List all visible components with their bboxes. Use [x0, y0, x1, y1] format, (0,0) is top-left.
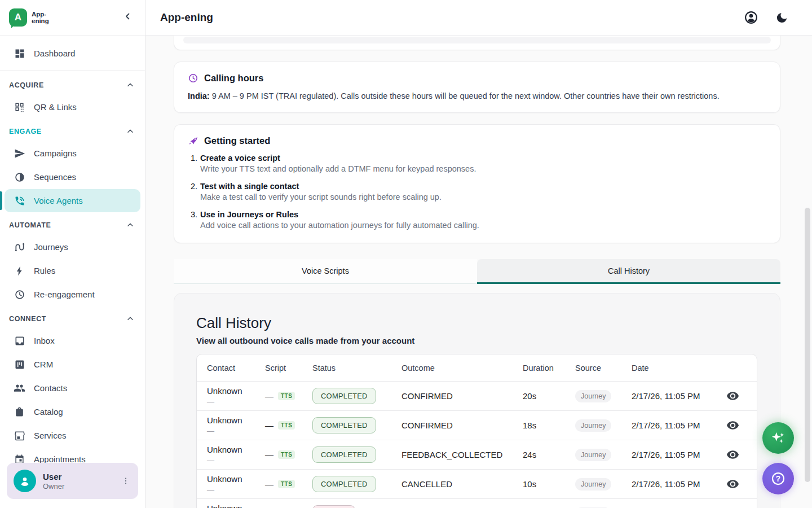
shopping-bag-icon — [14, 406, 25, 418]
account-icon — [744, 10, 758, 25]
step-item: 2. Test with a single contact Make a tes… — [188, 182, 766, 202]
getting-started-title: Getting started — [204, 135, 270, 146]
sidebar-item-inbox[interactable]: Inbox — [5, 329, 140, 352]
qr-code-icon — [14, 101, 25, 113]
campaigns-icon — [14, 147, 25, 159]
tab-bar: Voice Scripts Call History — [174, 259, 780, 284]
topbar-actions — [743, 10, 789, 25]
status-badge: COMPLETED — [312, 476, 376, 492]
col-script: Script — [265, 364, 312, 373]
tts-badge: TTS — [278, 392, 295, 400]
eye-icon — [726, 419, 739, 432]
sidebar-item-voice-agents[interactable]: Voice Agents — [5, 189, 140, 212]
view-call-button[interactable] — [725, 389, 740, 404]
ai-assistant-button[interactable] — [762, 422, 794, 454]
source-badge: Journey — [575, 390, 611, 402]
date-cell: 2/17/26, 11:05 PM — [632, 391, 725, 401]
inbox-icon — [14, 335, 25, 347]
sidebar-item-label: Re-engagement — [34, 290, 95, 299]
source-badge: Journey — [575, 419, 611, 432]
source-badge: Journey — [575, 478, 611, 491]
sidebar-item-re-engagement[interactable]: Re-engagement — [5, 283, 140, 306]
kebab-menu-icon — [121, 476, 130, 485]
duration-cell: 18s — [523, 421, 575, 430]
script-cell: — TTS — [265, 391, 312, 401]
calling-hours-text: India: 9 AM – 9 PM IST (TRAI regulated).… — [188, 91, 766, 100]
status-badge: COMPLETED — [312, 446, 376, 463]
collapse-sidebar-button[interactable] — [120, 10, 136, 25]
user-meta: User Owner — [43, 472, 112, 491]
sidebar-item-label: QR & Links — [34, 102, 77, 112]
account-button[interactable] — [743, 10, 759, 25]
app-logo-icon: A — [9, 8, 27, 27]
view-call-button[interactable] — [725, 506, 740, 508]
moon-icon — [775, 11, 788, 24]
step-item: 3. Use in Journeys or Rules Add voice ca… — [188, 210, 766, 230]
view-call-button[interactable] — [725, 477, 740, 492]
contact-cell: Unknown — — [207, 474, 265, 493]
svg-text:?: ? — [776, 474, 781, 483]
user-profile-card[interactable]: User Owner — [7, 463, 138, 499]
eye-icon — [726, 478, 739, 491]
clock-icon — [14, 288, 25, 300]
journeys-icon — [14, 241, 25, 253]
sidebar-item-services[interactable]: Services — [5, 424, 140, 447]
sidebar-item-label: Services — [34, 431, 67, 440]
sidebar-item-contacts[interactable]: Contacts — [5, 376, 140, 400]
chevron-left-icon — [123, 11, 133, 24]
sidebar-item-qr-links[interactable]: QR & Links — [5, 95, 140, 119]
col-duration: Duration — [523, 364, 575, 373]
step-item: 1. Create a voice script Write your TTS … — [188, 154, 766, 173]
call-history-title: Call History — [196, 314, 757, 332]
sidebar-item-label: Dashboard — [34, 49, 75, 58]
call-history-panel: Call History View all outbound voice cal… — [174, 293, 780, 508]
sidebar-item-label: Inbox — [34, 336, 55, 345]
sidebar-nav: Dashboard ACQUIRE QR & Links ENGAGE Camp… — [0, 36, 145, 471]
tab-call-history[interactable]: Call History — [477, 259, 780, 284]
calling-hours-title: Calling hours — [204, 73, 263, 84]
sidebar-item-crm[interactable]: CRM — [5, 353, 140, 376]
tab-voice-scripts[interactable]: Voice Scripts — [174, 259, 477, 284]
date-cell: 2/17/26, 11:05 PM — [632, 421, 725, 430]
sidebar-item-dashboard[interactable]: Dashboard — [5, 42, 140, 65]
script-cell: — TTS — [265, 421, 312, 430]
duration-cell: 20s — [523, 391, 575, 401]
sidebar-item-sequences[interactable]: Sequences — [5, 165, 140, 189]
user-menu-button[interactable] — [119, 474, 133, 488]
scrollbar-thumb[interactable] — [805, 208, 810, 482]
sidebar-item-rules[interactable]: Rules — [5, 259, 140, 282]
col-outcome: Outcome — [401, 364, 523, 373]
sidebar-section-engage[interactable]: ENGAGE — [0, 122, 145, 141]
step-title: Use in Journeys or Rules — [200, 210, 479, 219]
app-logo: A App- ening — [9, 8, 49, 27]
help-button[interactable]: ? — [762, 463, 794, 494]
outcome-cell: CANCELLED — [401, 479, 523, 489]
rules-icon — [14, 265, 25, 277]
sidebar-item-label: Catalog — [34, 407, 63, 417]
table-row: Unknown — — TTS COMPLETED CONFIRMED 18s … — [197, 410, 757, 440]
table-row: Unknown — — TTS COMPLETED CANCELLED 10s … — [197, 469, 757, 498]
chevron-up-icon — [126, 81, 135, 90]
getting-started-card: Getting started 1. Create a voice script… — [174, 124, 780, 243]
date-cell: 2/17/26, 11:05 PM — [632, 479, 725, 489]
col-status: Status — [312, 364, 401, 373]
call-history-table: Contact Script Status Outcome Duration S… — [196, 354, 757, 508]
sidebar-item-campaigns[interactable]: Campaigns — [5, 142, 140, 165]
col-contact: Contact — [207, 364, 265, 373]
dark-mode-toggle[interactable] — [774, 10, 789, 25]
contact-cell: Unknown — — [207, 415, 265, 435]
sidebar-section-automate[interactable]: AUTOMATE — [0, 216, 145, 235]
sidebar-section-connect[interactable]: CONNECT — [0, 309, 145, 329]
sidebar-item-label: Rules — [34, 266, 55, 275]
sidebar-section-acquire[interactable]: ACQUIRE — [0, 76, 145, 95]
sidebar-item-catalog[interactable]: Catalog — [5, 400, 140, 423]
app-logo-text: App- ening — [32, 11, 49, 24]
step-desc: Write your TTS text and optionally add a… — [200, 164, 476, 173]
contact-cell: Unknown — — [207, 503, 265, 508]
contact-cell: Unknown — — [207, 386, 265, 405]
sparkles-icon — [770, 430, 786, 446]
sidebar-item-journeys[interactable]: Journeys — [5, 235, 140, 259]
view-call-button[interactable] — [725, 448, 740, 462]
tts-badge: TTS — [278, 421, 295, 430]
view-call-button[interactable] — [725, 418, 740, 433]
